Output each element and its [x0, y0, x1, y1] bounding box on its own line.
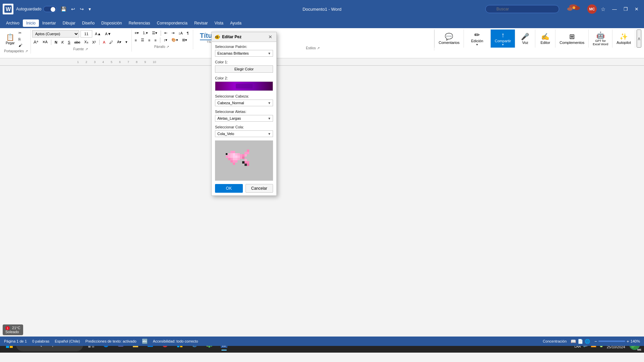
autopilot-button[interactable]: ✨ Autopilot [612, 29, 635, 48]
clear-format-button[interactable]: ✕A [41, 39, 49, 45]
bullet-list-button[interactable]: ≡▾ [133, 30, 140, 36]
justify-button[interactable]: ≡ [153, 38, 158, 43]
minimize-button[interactable]: — [609, 5, 620, 13]
view-read-button[interactable]: 📖 [571, 339, 576, 344]
menu-ayuda[interactable]: Ayuda [227, 19, 245, 27]
cut-button[interactable]: ✂ [17, 30, 23, 36]
svg-rect-99 [228, 153, 230, 156]
complementos-icon: ⊞ [569, 33, 575, 41]
view-web-button[interactable]: 🌐 [585, 339, 590, 344]
user-avatar[interactable]: MC [587, 4, 597, 14]
font-name-select[interactable]: Aptos (Cuerpo) [32, 30, 79, 38]
share-button[interactable]: ↑ Compartir ▾ [491, 29, 515, 48]
gpt-button[interactable]: 🤖 GPT forExcel Word [589, 29, 612, 48]
format-painter-button[interactable]: 🖌 [17, 43, 23, 48]
increase-indent-button[interactable]: ⇥ [170, 30, 176, 36]
bold-button[interactable]: N [53, 40, 59, 45]
edicion-button[interactable]: ✏ Edición ▾ [464, 29, 491, 48]
font-size-increase-button[interactable]: A▲ [94, 31, 102, 37]
align-left-button[interactable]: ≡ [133, 38, 138, 43]
zoom-slider[interactable] [598, 341, 625, 342]
concentration-label[interactable]: Concentración [543, 339, 567, 343]
sort-button[interactable]: ↕A [177, 31, 184, 36]
favorites-button[interactable]: ☆ [598, 5, 608, 14]
dialog-close-button[interactable]: ✕ [267, 34, 274, 40]
paste-button[interactable]: 📋 Pegar [4, 32, 16, 46]
comments-label: Comentarios [439, 41, 460, 45]
underline-button[interactable]: S [66, 40, 71, 45]
redo-button[interactable]: ↪ [78, 6, 85, 12]
subscript-button[interactable]: X₂ [83, 39, 89, 45]
change-case-button[interactable]: Aᵃ [32, 39, 40, 45]
multilevel-list-button[interactable]: ☰▾ [151, 30, 159, 36]
aletas-select[interactable]: Aletas_Largas Aletas_Cortas Sin_Aletas [215, 115, 273, 122]
undo-button[interactable]: ↩ [70, 6, 76, 12]
svg-rect-104 [230, 156, 233, 158]
menu-referencias[interactable]: Referencias [125, 19, 153, 27]
restore-button[interactable]: ❐ [621, 5, 631, 13]
view-print-button[interactable]: 📄 [578, 339, 583, 344]
menu-correspondencia[interactable]: Correspondencia [153, 19, 191, 27]
menu-revisar[interactable]: Revisar [191, 19, 211, 27]
save-button[interactable]: 💾 [59, 6, 68, 12]
borders-button[interactable]: ⊞▾ [181, 37, 189, 43]
gpt-icon: 🤖 [596, 31, 605, 39]
svg-rect-125 [245, 154, 247, 157]
menu-disposicion[interactable]: Disposición [98, 19, 125, 27]
share-icon: ↑ [501, 31, 504, 39]
shading-button[interactable]: ▾ [124, 39, 129, 45]
patron-select[interactable]: Escamas Brillantes Escamas Normales Liso… [215, 50, 273, 57]
text-color-button[interactable]: A [102, 40, 107, 45]
color2-label: Color 2: [215, 76, 273, 80]
portapapeles-expand-icon[interactable]: ↗ [25, 49, 28, 53]
comments-button[interactable]: 💬 Comentarios [435, 29, 464, 48]
menu-archivo[interactable]: Archivo [3, 19, 23, 27]
color2-swatch[interactable] [215, 81, 273, 91]
autosave-toggle[interactable] [43, 6, 57, 12]
menu-diseno[interactable]: Diseño [79, 19, 98, 27]
text-highlight-button[interactable]: 🖊 [108, 40, 114, 45]
superscript-button[interactable]: X² [91, 40, 97, 45]
svg-rect-124 [245, 152, 247, 154]
menu-insertar[interactable]: Insertar [39, 19, 59, 27]
align-right-button[interactable]: ≡ [147, 38, 152, 43]
fuente-expand-icon[interactable]: ↗ [85, 47, 88, 51]
complementos-button[interactable]: ⊞ Complementos [555, 29, 589, 48]
menu-inicio[interactable]: Inicio [23, 19, 39, 27]
search-input[interactable] [485, 5, 559, 13]
strikethrough-button[interactable]: abc [73, 40, 82, 45]
dialog-buttons: OK Cancelar [215, 184, 273, 193]
cancel-button[interactable]: Cancelar [246, 184, 273, 193]
close-button[interactable]: ✕ [632, 5, 641, 13]
estilos-expand-icon[interactable]: ↗ [317, 46, 320, 50]
font-color-button[interactable]: A▾ [116, 39, 123, 45]
decrease-indent-button[interactable]: ⇤ [163, 30, 169, 36]
parrafo-expand-icon[interactable]: ↗ [166, 45, 169, 49]
shading2-button[interactable]: 🎨▾ [170, 37, 179, 43]
font-size-input[interactable] [80, 30, 92, 38]
line-spacing-button[interactable]: ↕▾ [162, 37, 169, 43]
voz-button[interactable]: 🎤 Voz [515, 29, 535, 48]
zoom-in-button[interactable]: + [627, 339, 629, 344]
dialog-title-bar[interactable]: 🐠 Editar Pez ✕ [212, 32, 276, 42]
zoom-percent: 140% [631, 339, 640, 343]
align-center-button[interactable]: ☰ [140, 37, 146, 43]
customize-qa-button[interactable]: ▾ [87, 6, 92, 12]
font-size-decrease-button[interactable]: A▼ [104, 31, 112, 37]
copy-button[interactable]: ⎘ [17, 37, 23, 42]
cabeza-select[interactable]: Cabeza_Normal Cabeza_Redonda Cabeza_Alar… [215, 100, 273, 106]
numbered-list-button[interactable]: 1.▾ [142, 30, 149, 36]
menu-dibujar[interactable]: Dibujar [59, 19, 79, 27]
choose-color-button[interactable]: Elegir Color [215, 65, 273, 73]
editor-label: Editor [540, 41, 550, 45]
editor-button[interactable]: ✍ Editor [535, 29, 555, 48]
svg-rect-118 [237, 156, 240, 158]
italic-button[interactable]: K [60, 40, 65, 45]
cola-select[interactable]: Cola_Velo Cola_Bifurcada Cola_Redonda [215, 130, 273, 137]
ribbon-collapse-button[interactable]: ∧ [637, 29, 641, 48]
zoom-out-button[interactable]: − [594, 339, 597, 344]
decoration-icon [563, 3, 583, 15]
show-marks-button[interactable]: ¶ [185, 31, 190, 36]
menu-vista[interactable]: Vista [211, 19, 227, 27]
ok-button[interactable]: OK [215, 184, 243, 193]
